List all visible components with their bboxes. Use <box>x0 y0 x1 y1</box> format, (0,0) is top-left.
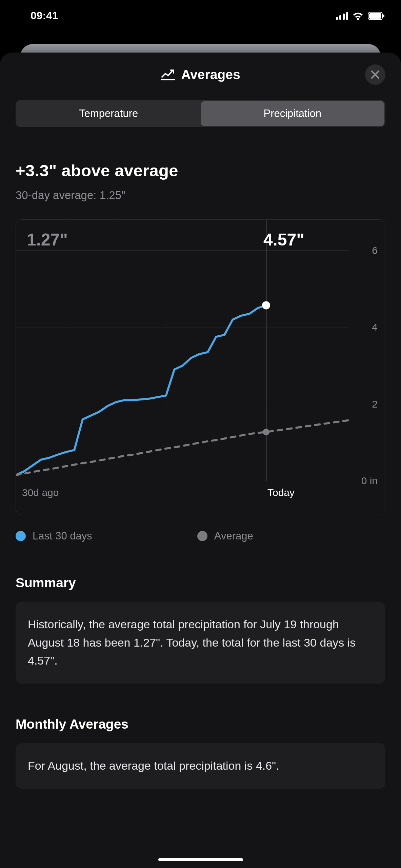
modal-header: Averages <box>16 53 385 97</box>
page-title-text: Averages <box>181 67 240 82</box>
svg-rect-2 <box>343 14 345 20</box>
current-value-label: 4.57" <box>263 230 304 250</box>
legend-dot-series <box>16 531 26 541</box>
legend-item-average: Average <box>197 530 253 542</box>
svg-point-17 <box>262 301 270 310</box>
legend-label-last30: Last 30 days <box>33 530 92 542</box>
precip-chart[interactable]: 1.27" 4.57" 6420 in 30d ago Today <box>16 219 385 515</box>
avg-subhead: 30-day average: 1.25" <box>16 189 385 202</box>
tab-temperature[interactable]: Temperature <box>17 101 201 126</box>
tab-precipitation[interactable]: Precipitation <box>201 101 385 126</box>
y-axis: 6420 in <box>349 220 385 481</box>
monthly-title: Monthly Averages <box>16 717 385 732</box>
legend-dot-average <box>197 531 207 541</box>
battery-icon <box>368 12 385 20</box>
cellular-icon <box>336 12 348 20</box>
chart-svg <box>16 220 349 481</box>
summary-card: Historically, the average total precipit… <box>16 602 385 684</box>
svg-rect-0 <box>336 17 338 20</box>
legend-label-average: Average <box>214 530 253 542</box>
status-icons <box>336 12 385 20</box>
svg-rect-5 <box>369 13 381 19</box>
svg-rect-3 <box>346 12 348 20</box>
chart-plot-area: 1.27" 4.57" <box>16 220 349 481</box>
avg-value-label: 1.27" <box>27 230 68 250</box>
svg-rect-1 <box>339 15 341 20</box>
home-indicator[interactable] <box>158 858 243 861</box>
svg-point-16 <box>263 429 269 435</box>
sheet: Averages Temperature Precipitation +3.3"… <box>0 53 401 868</box>
status-bar: 09:41 <box>0 0 401 29</box>
x-axis: 30d ago Today <box>16 481 349 515</box>
chart-legend: Last 30 days Average <box>16 530 385 542</box>
monthly-card: For August, the average total precipitat… <box>16 743 385 789</box>
chart-icon <box>161 69 175 80</box>
page-title: Averages <box>161 67 240 82</box>
wifi-icon <box>352 12 364 20</box>
segmented-control: Temperature Precipitation <box>16 100 385 127</box>
deviation-headline: +3.3" above average <box>16 161 385 180</box>
clock: 09:41 <box>31 9 58 22</box>
close-icon <box>371 70 380 79</box>
legend-item-last30: Last 30 days <box>16 530 92 542</box>
x-label-today: Today <box>267 487 295 498</box>
close-button[interactable] <box>365 64 385 85</box>
summary-title: Summary <box>16 575 385 590</box>
svg-rect-6 <box>383 15 384 17</box>
x-label-start: 30d ago <box>22 487 59 498</box>
